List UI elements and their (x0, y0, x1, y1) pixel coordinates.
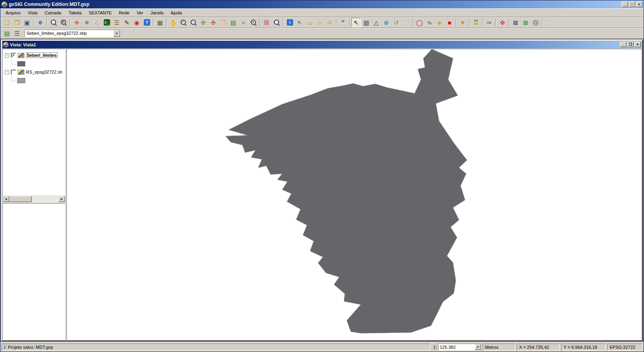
zoom-previous-button[interactable]: ❐ (218, 18, 228, 27)
select-polyline-button[interactable]: ∿ (425, 18, 435, 27)
project-preview-button[interactable] (48, 18, 58, 27)
scrollbar-track[interactable] (32, 196, 58, 202)
chevron-down-icon: ▼ (115, 32, 118, 35)
filter-button[interactable]: ▼ (458, 18, 468, 27)
layer-combo[interactable]: Seberi_limites_epsg32722.shp ▼ (24, 30, 121, 37)
export-frame-icon: ⊠ (513, 20, 518, 26)
scroll-left-button[interactable]: ◄ (3, 196, 9, 202)
open-project-button[interactable]: ❐ (12, 18, 22, 27)
legend-swatch[interactable] (17, 78, 25, 83)
legend-row (3, 60, 65, 68)
geoprocessing-button[interactable]: ∴ (92, 18, 102, 27)
sextante-modeler-button[interactable]: ✎ (122, 18, 132, 27)
locate-by-attribute-button[interactable]: aeea (471, 18, 481, 27)
tree-collapse-icon[interactable]: − (5, 53, 9, 58)
sextante-toolbox-button[interactable]: ✵ (82, 18, 92, 27)
vista-titlebar[interactable]: Vista: Vista1 _❐× (2, 41, 642, 48)
pan-flat-button[interactable]: ➤ (238, 18, 248, 27)
frame-image-button[interactable]: ☒ (262, 18, 272, 27)
menu-vista[interactable]: Vista (24, 9, 41, 16)
export-frame-button[interactable]: ⊠ (511, 18, 521, 27)
toc-order-button[interactable]: ▤ (2, 28, 12, 38)
layer-row[interactable]: −✓Seberi_limites (3, 51, 65, 60)
measure-distance-button[interactable]: ▭ (305, 18, 315, 27)
menu-janela[interactable]: Janela (147, 9, 167, 16)
zoom-fit-button[interactable]: ✣ (198, 18, 208, 27)
scale-combo[interactable]: 125.382 ▼ (438, 344, 481, 350)
annotation-editor-icon: ✑ (487, 20, 492, 26)
google-geo-button[interactable]: Ⓖ (531, 18, 541, 27)
tree-collapse-icon[interactable]: − (5, 70, 9, 74)
select-info-button[interactable]: ↖ (295, 18, 305, 27)
new-view-button[interactable]: ❖ (35, 18, 45, 27)
save-project-button[interactable]: ▣ (22, 18, 32, 27)
zoom-in-button[interactable]: + (178, 18, 188, 27)
zoom-layer-button[interactable]: ▤ (228, 18, 238, 27)
search-b-button[interactable]: B (58, 18, 68, 27)
new-document-button[interactable]: ❏ (2, 18, 12, 27)
georeferencing-button[interactable]: ✛ (72, 18, 82, 27)
zoom-out-button[interactable]: − (188, 18, 198, 27)
select-circle-button[interactable]: ◯ (415, 18, 425, 27)
vista-window-title: Vista: Vista1 (10, 42, 618, 47)
export-georef-button[interactable]: ⊠ (521, 18, 531, 27)
layer-combo-dropdown-button[interactable]: ▼ (113, 30, 120, 37)
legend-swatch[interactable] (17, 61, 25, 66)
menu-ajuda[interactable]: Ajuda (167, 9, 185, 16)
info-button[interactable]: i (285, 18, 295, 27)
layer-label[interactable]: Seberi_limites (26, 52, 58, 58)
measure-area-button[interactable]: ▱ (315, 18, 325, 27)
vista-minimize-button[interactable]: _ (620, 42, 626, 47)
toc-horizontal-scrollbar[interactable]: ◄ ► (3, 196, 65, 202)
sextante-console-button[interactable]: >_ (102, 18, 112, 27)
menu-ver[interactable]: Ver (133, 9, 147, 16)
menu-camada[interactable]: Camada (41, 9, 65, 16)
layer-label[interactable]: RS_epsg32722.sh (26, 70, 62, 74)
zoom-full-button[interactable]: ✣ (208, 18, 218, 27)
map-canvas[interactable] (66, 49, 642, 340)
menu-arquivo[interactable]: Arquivo (2, 9, 24, 16)
vista-close-button[interactable]: × (634, 42, 641, 47)
toolbar-separator (495, 18, 496, 26)
select-rectangle-button[interactable]: ▧ (361, 18, 371, 27)
center-to-point-button[interactable]: ✜ (497, 18, 507, 27)
scale-dropdown-button[interactable]: ▼ (475, 344, 481, 350)
pan-button[interactable]: ✋ (168, 18, 178, 27)
scrollbar-thumb[interactable] (9, 196, 32, 202)
toc-list-button[interactable]: ☰ (12, 28, 22, 38)
select-buffer-button[interactable]: ◈ (435, 18, 445, 27)
select-polygon-button[interactable]: △ (371, 18, 381, 27)
zoom-out-icon: − (190, 19, 197, 26)
hyperlink-button[interactable]: ❞ (338, 18, 348, 27)
window-minimize-button[interactable]: _ (622, 2, 628, 7)
scroll-right-button[interactable]: ► (58, 196, 65, 202)
zoom-layer-icon: ▤ (230, 20, 236, 26)
vista-restore-button[interactable]: ❐ (627, 42, 634, 47)
table-properties-button[interactable]: ▦ (155, 18, 165, 27)
menu-sextante[interactable]: SEXTANTE (85, 9, 115, 16)
fill-color-button[interactable]: ■ (445, 18, 455, 27)
annotation-editor-button[interactable]: ✑ (484, 18, 494, 27)
menu-rede[interactable]: Rede (115, 9, 133, 16)
globe-tool-button[interactable]: ⊕ (381, 18, 391, 27)
seberi-municipality-polygon[interactable] (225, 49, 467, 333)
select-simple-button[interactable]: ↖ (351, 18, 361, 27)
menu-tabela[interactable]: Tabela (65, 9, 85, 16)
zoom-in-icon: + (180, 19, 187, 26)
zoom-manager-button[interactable] (272, 18, 282, 27)
lasso-swirl-button[interactable]: ✇ (325, 18, 335, 27)
layer-row[interactable]: −RS_epsg32722.sh (3, 68, 65, 76)
layer-visibility-checkbox[interactable] (11, 70, 16, 75)
tile-windows-button: ❒ (544, 18, 554, 27)
refresh-selection-button[interactable]: ↺ (391, 18, 401, 27)
tile-windows-icon: ❒ (546, 20, 551, 26)
zoom-selected-button[interactable]: ● (248, 18, 258, 27)
zoom-in-badge: + (181, 20, 185, 24)
layer-visibility-checkbox[interactable]: ✓ (11, 53, 16, 58)
window-maximize-button[interactable]: □ (629, 2, 635, 7)
sextante-history-button[interactable]: ☰ (112, 18, 122, 27)
window-close-button[interactable]: × (636, 2, 642, 7)
sextante-help-button[interactable]: ? (142, 18, 152, 27)
select-polygon-icon: △ (374, 20, 379, 26)
sextante-record-button[interactable]: ◉ (132, 18, 142, 27)
